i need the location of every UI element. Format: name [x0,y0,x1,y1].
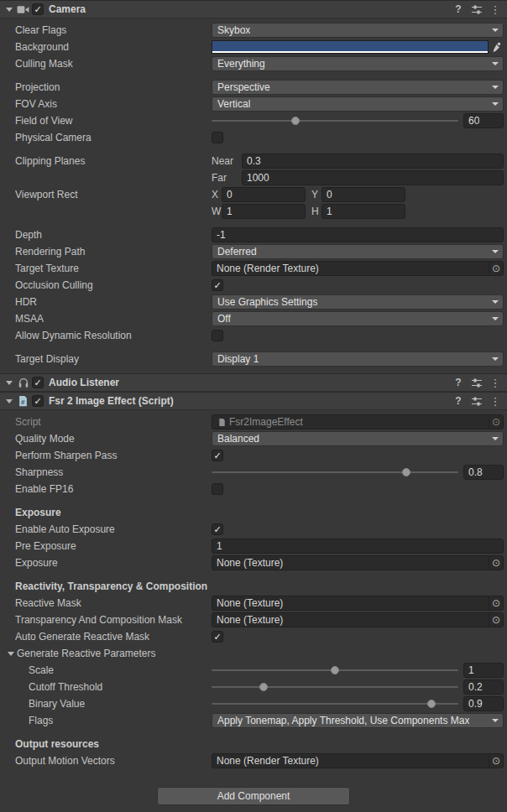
presets-icon[interactable] [470,394,483,408]
chevron-down-icon [492,62,499,65]
clear-flags-row: Clear Flags Skybox [0,23,504,38]
scale-slider[interactable] [212,663,458,678]
flags-dropdown[interactable]: Apply Tonemap, Apply Threshold, Use Comp… [212,713,504,728]
fov-axis-dropdown[interactable]: Vertical [212,96,504,112]
footer: Add Component [0,787,507,805]
enable-fp16-checkbox[interactable] [212,483,223,495]
slider-handle[interactable] [291,117,300,125]
allow-dynamic-resolution-label: Allow Dynamic Resolution [15,330,212,341]
dropdown-value: Everything [217,58,265,70]
slider-handle[interactable] [427,700,436,708]
object-picker-icon[interactable]: ⊙ [489,613,503,627]
camera-component-header[interactable]: ✓ Camera ? ⋮ [0,0,507,18]
more-menu-icon[interactable]: ⋮ [489,376,502,389]
hdr-dropdown[interactable]: Use Graphics Settings [212,294,504,310]
fsr2-component-body: Script Fsr2ImageEffect ⊙ Quality Mode Ba… [0,410,507,775]
occlusion-culling-label: Occlusion Culling [15,279,212,291]
field-value: 0.2 [468,681,483,693]
transparency-mask-field[interactable]: None (Texture) ⊙ [212,612,504,627]
enable-fp16-label: Enable FP16 [15,483,212,495]
add-component-button[interactable]: Add Component [157,787,350,805]
viewport-h-input[interactable]: 1 [321,204,405,219]
binary-value-label: Binary Value [15,698,212,710]
object-picker-icon[interactable]: ⊙ [489,415,503,429]
exposure-row: Exposure None (Texture) ⊙ [0,555,504,570]
field-value: 1000 [247,172,269,184]
more-menu-icon[interactable]: ⋮ [489,3,502,16]
foldout-arrow-icon[interactable] [3,4,14,15]
target-texture-label: Target Texture [15,263,212,274]
slider-handle[interactable] [259,683,268,691]
culling-mask-dropdown[interactable]: Everything [212,56,504,71]
fsr2-enabled-checkbox[interactable]: ✓ [32,395,44,407]
flags-label: Flags [15,715,212,726]
pre-exposure-row: Pre Exposure 1 [0,539,504,554]
auto-generate-reactive-mask-checkbox[interactable]: ✓ [212,631,223,643]
pre-exposure-label: Pre Exposure [15,540,212,552]
field-of-view-input[interactable]: 60 [463,113,504,128]
reactivity-section-title: Reactivity, Transparency & Composition [15,580,207,592]
quality-mode-dropdown[interactable]: Balanced [212,431,504,446]
foldout-arrow-icon[interactable] [3,377,14,388]
near-input[interactable]: 0.3 [242,154,504,169]
background-color-field[interactable] [212,40,489,54]
viewport-x-input[interactable]: 0 [222,187,306,202]
far-input[interactable]: 1000 [242,170,504,185]
cutoff-threshold-input[interactable]: 0.2 [463,679,504,695]
occlusion-culling-row: Occlusion Culling ✓ [0,278,504,293]
foldout-arrow-icon[interactable] [3,396,14,407]
object-picker-icon[interactable]: ⊙ [489,262,503,275]
transparency-mask-label: Transparency And Composition Mask [15,614,212,626]
field-of-view-slider[interactable] [212,113,458,128]
help-icon[interactable]: ? [452,376,465,389]
target-display-dropdown[interactable]: Display 1 [212,351,504,367]
object-picker-icon[interactable]: ⊙ [489,754,503,768]
camera-enabled-checkbox[interactable]: ✓ [32,3,44,15]
scale-row: Scale 1 [0,663,504,678]
output-motion-vectors-field[interactable]: None (Render Texture) ⊙ [212,753,504,768]
occlusion-culling-checkbox[interactable]: ✓ [212,279,223,291]
dropdown-value: Deferred [217,246,257,258]
help-icon[interactable]: ? [452,394,465,408]
exposure-label: Exposure [15,557,212,569]
exposure-field[interactable]: None (Texture) ⊙ [212,555,504,570]
presets-icon[interactable] [470,376,483,389]
object-picker-icon[interactable]: ⊙ [489,596,503,610]
projection-dropdown[interactable]: Perspective [212,80,504,95]
enable-auto-exposure-checkbox[interactable]: ✓ [212,523,223,535]
eyedropper-icon[interactable] [490,40,504,54]
slider-handle[interactable] [331,666,339,674]
h-label: H [311,206,321,217]
depth-input[interactable]: -1 [212,227,504,242]
allow-dynamic-resolution-checkbox[interactable] [212,330,223,341]
audio-listener-component-header[interactable]: ✓ Audio Listener ? ⋮ [0,373,507,392]
more-menu-icon[interactable]: ⋮ [489,394,502,408]
slider-handle[interactable] [402,468,410,476]
viewport-w-input[interactable]: 1 [222,204,306,219]
field-value: 0.9 [468,698,483,710]
binary-value-slider[interactable] [212,696,458,711]
reactive-mask-field[interactable]: None (Texture) ⊙ [212,596,504,611]
clear-flags-dropdown[interactable]: Skybox [212,23,504,38]
rendering-path-dropdown[interactable]: Deferred [212,244,504,259]
presets-icon[interactable] [470,3,483,16]
cutoff-threshold-slider[interactable] [212,679,458,695]
sharpness-input[interactable]: 0.8 [463,465,504,480]
viewport-y-input[interactable]: 0 [321,187,405,202]
perform-sharpen-pass-checkbox[interactable]: ✓ [212,450,223,461]
object-picker-icon[interactable]: ⊙ [489,556,503,570]
sharpness-slider[interactable] [212,465,458,480]
target-texture-field[interactable]: None (Render Texture) ⊙ [212,261,504,276]
msaa-dropdown[interactable]: Off [212,311,504,326]
foldout-arrow-icon[interactable] [5,648,16,659]
reactivity-section-row: Reactivity, Transparency & Composition [0,579,504,594]
field-value: 1 [227,206,233,217]
scale-input[interactable]: 1 [463,663,504,678]
fsr2-component-header[interactable]: # ✓ Fsr 2 Image Effect (Script) ? ⋮ [0,392,507,410]
dropdown-value: Apply Tonemap, Apply Threshold, Use Comp… [217,715,469,726]
audio-listener-enabled-checkbox[interactable]: ✓ [32,377,44,388]
physical-camera-checkbox[interactable] [212,132,223,143]
help-icon[interactable]: ? [452,3,465,16]
binary-value-input[interactable]: 0.9 [463,696,504,711]
pre-exposure-input[interactable]: 1 [212,539,504,554]
